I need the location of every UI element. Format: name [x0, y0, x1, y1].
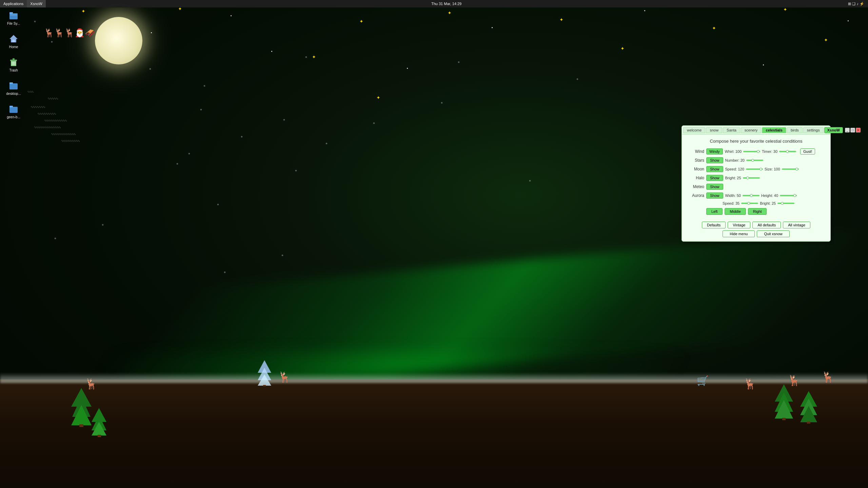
moon-size-label: Size:	[765, 167, 773, 171]
aurora-speed-label: Speed:	[723, 201, 734, 205]
svg-rect-24	[12, 40, 15, 42]
wind-label: Wind	[687, 149, 704, 154]
tab-snow[interactable]: snow	[706, 127, 722, 133]
window-minimize-button[interactable]: _	[845, 128, 850, 133]
hide-menu-button[interactable]: Hide menu	[723, 230, 755, 237]
tab-xsnow[interactable]: XsnoW	[824, 127, 843, 133]
aurora-speed-slider[interactable]	[741, 203, 758, 204]
whirl-value: 100	[735, 149, 742, 154]
trash-label: Trash	[9, 68, 18, 72]
aurora-label: Aurora	[687, 193, 704, 198]
cloud-2: ∿∿∿∿∿	[47, 97, 58, 100]
stars-row: Stars Show Number: 20	[687, 157, 825, 163]
aurora-speed-row: Speed: 35 Bright: 25	[687, 201, 825, 205]
tab-celestials[interactable]: celestials	[762, 127, 786, 133]
halo-bright-label: Bright:	[725, 176, 736, 180]
tab-scenery[interactable]: scenery	[741, 127, 762, 133]
moon-speed-slider[interactable]	[746, 168, 763, 170]
aurora-bright-slider[interactable]	[777, 203, 794, 204]
aurora-width-slider[interactable]	[743, 195, 760, 196]
icon-geen-b[interactable]: geen-b...	[5, 102, 21, 120]
halo-label: Halo	[687, 176, 704, 180]
flake-1: ❄	[34, 20, 36, 23]
svg-rect-7	[98, 435, 101, 437]
window-title: Compose here your favorite celestial con…	[687, 139, 825, 144]
aurora-height-value: 40	[774, 194, 778, 198]
stars-show-button[interactable]: Show	[706, 157, 723, 163]
tree-1	[71, 386, 92, 427]
moon-show-button[interactable]: Show	[706, 166, 723, 172]
filesystem-label: File Sy...	[7, 22, 20, 25]
vintage-button[interactable]: Vintage	[728, 222, 750, 228]
moon-label: Moon	[687, 167, 704, 171]
flake-11: ❄	[373, 122, 375, 125]
filesystem-icon	[8, 10, 19, 21]
halo-row: Halo Show Bright: 25	[687, 175, 825, 181]
icon-home[interactable]: Home	[7, 32, 20, 50]
aurora-row: Aurora Show Width: 50 Height: 40	[687, 192, 825, 199]
ground	[0, 380, 868, 488]
halo-show-button[interactable]: Show	[706, 175, 723, 181]
all-vintage-button[interactable]: All vintage	[783, 222, 810, 228]
desktop-label: desktop...	[6, 92, 21, 96]
windy-button[interactable]: Windy	[706, 148, 723, 155]
flake-19: ❄	[224, 271, 226, 274]
icon-desktop[interactable]: desktop...	[5, 79, 22, 97]
deer-5: 🦌	[822, 371, 834, 383]
tab-birds[interactable]: birds	[787, 127, 803, 133]
flake-16: ❄	[102, 224, 104, 226]
aurora-height-label: Height:	[761, 194, 773, 198]
cloud-6: ∿∿∿∿∿∿∿∿∿∿∿∿∿	[34, 125, 60, 129]
tree-2	[92, 407, 107, 437]
deer-1: 🦌	[278, 371, 291, 383]
timer-slider[interactable]	[779, 151, 796, 152]
quit-xsnow-button[interactable]: Quit xsnow	[757, 230, 789, 237]
gust-button[interactable]: Gust!	[800, 148, 815, 155]
stars-number-slider[interactable]	[746, 160, 763, 161]
window-close-button[interactable]: ×	[856, 128, 861, 133]
flake-2: ❄	[51, 41, 53, 43]
window-maximize-button[interactable]: □	[850, 128, 855, 133]
svg-rect-15	[782, 418, 786, 420]
aurora-width-param: Width: 50 Height: 40	[725, 194, 798, 198]
aurora-height-slider[interactable]	[780, 195, 797, 196]
aurora-middle-button[interactable]: Middle	[725, 208, 746, 215]
svg-rect-20	[9, 13, 18, 19]
all-defaults-button[interactable]: All defaults	[752, 222, 781, 228]
tab-welcome[interactable]: welcome	[683, 127, 705, 133]
tab-settings[interactable]: settings	[803, 127, 824, 133]
flake-6: ❄	[283, 119, 285, 121]
whirl-label: Whirl:	[725, 149, 734, 154]
aurora-left-button[interactable]: Left	[706, 208, 723, 215]
xsnow-taskbar-button[interactable]: XsnoW	[27, 0, 45, 7]
deer-2: 🦌	[85, 378, 97, 390]
taskbar-right: ⊞ ❑ ♪ ⚡	[847, 2, 868, 6]
geen-b-label: geen-b...	[7, 115, 20, 119]
moon-size-slider[interactable]	[782, 168, 799, 170]
tab-santa[interactable]: Santa	[723, 127, 740, 133]
icon-trash[interactable]: Trash	[7, 55, 20, 74]
moon-speed-value: 120	[738, 167, 744, 171]
desktop-folder-icon	[8, 80, 19, 91]
defaults-button[interactable]: Defaults	[702, 222, 726, 228]
taskbar-icons: ⊞ ❑ ♪ ⚡	[848, 2, 864, 6]
taskbar-clock: Thu 31 Mar, 14:29	[46, 2, 847, 6]
whirl-slider[interactable]	[743, 151, 760, 152]
halo-bright-slider[interactable]	[743, 177, 760, 179]
aurora-right-button[interactable]: Right	[748, 208, 767, 215]
stars-number-param: Number: 20	[725, 158, 764, 162]
aurora-show-button[interactable]: Show	[706, 192, 723, 199]
applications-menu-button[interactable]: Applications	[0, 0, 27, 7]
icon-filesystem[interactable]: File Sy...	[6, 8, 21, 27]
whirl-param: Whirl: 100 Timer: 30	[725, 149, 797, 154]
star-dot-8	[848, 20, 849, 21]
star-5: ✦	[712, 25, 716, 31]
flake-15: ❄	[217, 203, 219, 206]
svg-rect-19	[807, 422, 810, 424]
meteo-show-button[interactable]: Show	[706, 184, 723, 190]
flake-9: ❄	[176, 163, 178, 165]
flake-7: ❄	[241, 136, 243, 138]
bottom-buttons: Defaults Vintage All defaults All vintag…	[687, 222, 825, 237]
svg-rect-22	[10, 15, 17, 15]
cloud-4: ∿∿∿∿∿∿∿∿∿	[37, 112, 56, 116]
